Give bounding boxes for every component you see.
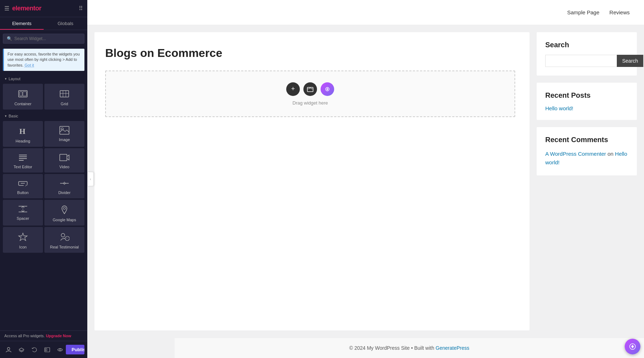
hint-box: For easy access, favorite the widgets yo… (3, 49, 84, 71)
layout-arrow-icon: ▼ (4, 77, 7, 81)
recent-post-link-0[interactable]: Hello world! (545, 105, 628, 111)
search-widget-title: Search (545, 41, 628, 49)
search-input[interactable] (14, 36, 80, 41)
widget-text-editor[interactable]: Text Editor (3, 148, 43, 173)
upgrade-link[interactable]: Upgrade Now (46, 334, 71, 338)
divider-icon (59, 179, 69, 189)
image-icon (59, 126, 69, 136)
nav-sample-page[interactable]: Sample Page (567, 9, 599, 15)
ai-button[interactable] (321, 82, 334, 96)
panel-header-left: ☰ elementor (4, 5, 42, 12)
drop-zone: + Drag widget here (105, 71, 515, 117)
widget-image[interactable]: Image (44, 121, 84, 147)
toolbar-history-icon[interactable] (29, 344, 40, 355)
text-editor-icon (18, 153, 28, 163)
recent-comments-widget: Recent Comments A WordPress Commenter on… (537, 127, 637, 175)
toolbar-person-icon[interactable] (3, 344, 14, 355)
footer-link[interactable]: GeneratePress (436, 345, 469, 351)
search-widget: Search Search (537, 32, 637, 76)
template-button[interactable] (303, 82, 317, 96)
widget-divider-label: Divider (58, 190, 70, 195)
video-icon (59, 153, 69, 163)
recent-comments-title: Recent Comments (545, 136, 628, 144)
tab-elements[interactable]: Elements (0, 17, 44, 30)
svg-point-26 (61, 233, 65, 237)
upgrade-text: Access all Pro widgets. (4, 334, 45, 338)
widget-heading[interactable]: H Heading (3, 121, 43, 147)
hamburger-icon[interactable]: ☰ (4, 5, 9, 12)
toolbar-template-icon[interactable] (42, 344, 53, 355)
svg-rect-2 (23, 92, 26, 96)
collapse-handle[interactable]: ‹ (87, 172, 94, 186)
commenter-link[interactable]: A WordPress Commenter (545, 151, 606, 157)
svg-text:": " (66, 237, 67, 241)
grid-icon[interactable]: ⠿ (79, 5, 83, 12)
widget-container[interactable]: Container (3, 84, 43, 110)
widget-button[interactable]: ↗ Button (3, 174, 43, 198)
widget-divider[interactable]: Divider (44, 174, 84, 198)
widget-container-label: Container (14, 102, 31, 106)
tab-globals[interactable]: Globals (44, 17, 87, 30)
svg-rect-3 (60, 91, 69, 97)
elementor-logo: elementor (12, 5, 42, 12)
widget-button-label: Button (17, 190, 29, 195)
widget-spacer[interactable]: Spacer (3, 200, 43, 226)
nav-reviews[interactable]: Reviews (609, 9, 630, 15)
container-icon (18, 89, 28, 100)
spacer-icon (18, 205, 28, 215)
widget-grid-label: Grid (61, 102, 68, 106)
panel-tabs: Elements Globals (0, 17, 87, 30)
panel-header: ☰ elementor ⠿ (0, 0, 87, 17)
widget-video-label: Video (59, 165, 69, 169)
page-wrapper: Blogs on Ecommerce + (87, 25, 644, 338)
widget-real-testimonial[interactable]: " Real Testimonial (44, 227, 84, 253)
widget-icon[interactable]: Icon (3, 227, 43, 253)
publish-button[interactable]: Publish (66, 345, 84, 354)
widget-real-testimonial-label: Real Testimonial (50, 245, 79, 249)
toolbar-icons (3, 344, 66, 355)
elementor-panel: ☰ elementor ⠿ Elements Globals 🔍 For eas… (0, 0, 87, 358)
recent-posts-title: Recent Posts (545, 91, 628, 100)
page-main: Blogs on Ecommerce + (94, 32, 530, 330)
svg-text:↗: ↗ (25, 184, 27, 187)
ai-bubble-button[interactable] (625, 339, 640, 354)
widget-grid[interactable]: Grid (44, 84, 84, 110)
publish-group: Publish ▾ (66, 345, 84, 354)
on-text: on (608, 151, 615, 157)
recent-posts-widget: Recent Posts Hello world! (537, 83, 637, 120)
svg-point-24 (63, 207, 65, 209)
search-field[interactable] (545, 55, 617, 67)
svg-rect-31 (45, 349, 47, 351)
recent-comments-text: A WordPress Commenter on Hello world! (545, 150, 628, 167)
drop-zone-text: Drag widget here (293, 100, 328, 106)
basic-widget-grid: H Heading Image (0, 120, 87, 254)
panel-content: ▼ Layout Container (0, 74, 87, 358)
bottom-toolbar: Publish ▾ (0, 341, 87, 358)
upgrade-bar: Access all Pro widgets. Upgrade Now (0, 330, 87, 341)
drop-zone-actions: + (286, 82, 334, 96)
widget-video[interactable]: Video (44, 148, 84, 173)
icon-widget-icon (18, 232, 28, 243)
section-layout-label: Layout (9, 77, 20, 81)
widget-text-editor-label: Text Editor (14, 165, 32, 169)
google-maps-icon (59, 205, 69, 216)
page-sidebar: Search Search Recent Posts Hello world! … (537, 32, 637, 330)
site-nav: Sample Page Reviews (567, 9, 630, 15)
got-it-link[interactable]: Got it (25, 63, 34, 67)
toolbar-eye-icon[interactable] (54, 344, 66, 355)
hint-text: For easy access, favorite the widgets yo… (8, 52, 80, 67)
svg-point-29 (8, 347, 10, 350)
add-section-button[interactable]: + (286, 82, 300, 96)
svg-point-32 (59, 349, 61, 350)
search-submit-button[interactable]: Search (617, 55, 643, 67)
button-icon: ↗ (18, 179, 28, 189)
section-basic-label: Basic (9, 114, 18, 118)
svg-rect-8 (60, 126, 69, 134)
section-basic[interactable]: ▼ Basic (0, 111, 87, 120)
widget-spacer-label: Spacer (17, 216, 29, 221)
search-icon: 🔍 (7, 36, 12, 41)
search-box: 🔍 (3, 34, 84, 44)
section-layout[interactable]: ▼ Layout (0, 74, 87, 82)
toolbar-layers-icon[interactable] (16, 344, 27, 355)
widget-google-maps[interactable]: Google Maps (44, 200, 84, 226)
